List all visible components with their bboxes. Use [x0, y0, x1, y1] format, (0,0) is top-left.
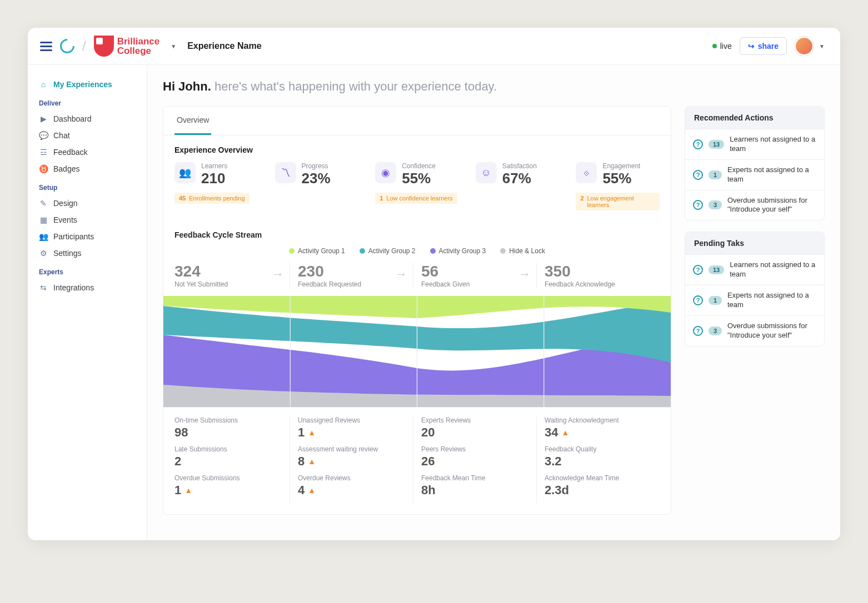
- sub-value: 26: [421, 454, 528, 469]
- brand-block[interactable]: Brilliance College: [94, 36, 160, 57]
- alert-enrollments[interactable]: 45Enrollments pending: [174, 193, 250, 204]
- nav-badges[interactable]: ♉Badges: [33, 160, 141, 177]
- home-icon: ⌂: [39, 80, 48, 89]
- sub-metric: Peers Reviews26: [421, 445, 528, 469]
- sub-value: 2.3d: [545, 483, 652, 498]
- metric-confidence: ◉ Confidence 55%: [375, 162, 459, 187]
- metric-label: Satisfaction: [502, 162, 537, 170]
- stages-row: 324Not Yet Submitted→ 230Feedback Reques…: [163, 263, 671, 288]
- nav-section-setup: Setup: [33, 177, 141, 195]
- nav-label: Dashboard: [53, 114, 92, 123]
- sub-col-3: Waiting Acknowledgment34▲Feedback Qualit…: [536, 416, 660, 503]
- stage-2: 56Feedback Given→: [413, 263, 536, 288]
- count-badge: 3: [709, 200, 722, 209]
- sub-metric: Acknowledge Mean Time2.3d: [545, 474, 652, 498]
- nav-section-deliver: Deliver: [33, 93, 141, 110]
- action-item[interactable]: ?1Experts not assigned to a team: [685, 285, 824, 315]
- experience-name[interactable]: Experience Name: [187, 41, 261, 51]
- nav-design[interactable]: ✎Design: [33, 195, 141, 212]
- nav-dashboard[interactable]: ▶Dashboard: [33, 110, 141, 127]
- action-item[interactable]: ?1Experts not assigned to a team: [685, 159, 824, 190]
- help-icon: ?: [693, 200, 703, 210]
- action-item[interactable]: ?3Overdue submissions for "Introduce you…: [685, 190, 824, 220]
- pending-tasks-panel: Pending Taks ?13Learners not assigned to…: [685, 232, 825, 346]
- nav-feedback[interactable]: ☲Feedback: [33, 144, 141, 160]
- warning-icon: ▲: [308, 428, 316, 437]
- nav-participants[interactable]: 👥Participants: [33, 228, 141, 245]
- app-window: / Brilliance College ▼ Experience Name l…: [28, 28, 840, 540]
- stage-1: 230Feedback Requested→: [290, 263, 413, 288]
- help-icon: ?: [693, 265, 703, 275]
- sub-col-1: Unassigned Reviews1▲Assessment waiting r…: [290, 416, 413, 503]
- learners-icon: 👥: [174, 162, 196, 183]
- satisfaction-icon: ☺: [476, 162, 497, 183]
- sub-value: 20: [421, 425, 528, 440]
- nav-my-experiences[interactable]: ⌂ My Experiences: [33, 76, 141, 93]
- sub-value: 2: [174, 454, 282, 469]
- help-icon: ?: [693, 170, 703, 180]
- sub-value: 3.2: [545, 454, 652, 469]
- sub-label: Waiting Acknowledgment: [545, 416, 652, 424]
- badge-icon: ♉: [39, 164, 48, 173]
- sub-label: Acknowledge Mean Time: [545, 474, 652, 482]
- count-badge: 3: [709, 326, 722, 335]
- stage-3: 350Feedback Acknowledge: [536, 263, 660, 288]
- metric-satisfaction: ☺ Satisfaction 67%: [476, 162, 560, 187]
- metric-value: 55%: [402, 170, 436, 187]
- users-icon: 👥: [39, 232, 48, 241]
- sub-label: Overdue Submissions: [174, 474, 282, 482]
- brand-name-2: College: [117, 46, 160, 56]
- sub-metric: Waiting Acknowledgment34▲: [545, 416, 652, 440]
- progress-icon: 〽: [275, 162, 296, 183]
- legend-dot-icon: [360, 248, 365, 254]
- logo-swirl-icon: [57, 36, 78, 57]
- metric-label: Confidence: [402, 162, 436, 170]
- action-item[interactable]: ?3Overdue submissions for "Introduce you…: [685, 315, 824, 346]
- alert-engagement[interactable]: 2Low engagement learners: [576, 193, 660, 210]
- sub-value: 98: [174, 425, 282, 440]
- sub-value: 4▲: [298, 483, 405, 498]
- nav-label: My Experiences: [53, 80, 112, 89]
- legend-g2[interactable]: Activity Group 2: [360, 247, 416, 255]
- engagement-icon: ⟐: [576, 162, 597, 183]
- user-avatar[interactable]: [795, 37, 814, 56]
- chat-icon: 💬: [39, 131, 48, 140]
- live-status: live: [712, 42, 732, 51]
- legend-g1[interactable]: Activity Group 1: [289, 247, 345, 255]
- breadcrumb-separator: /: [82, 38, 86, 54]
- nav-events[interactable]: ▦Events: [33, 212, 141, 228]
- share-label: share: [758, 42, 779, 51]
- action-item[interactable]: ?13Learners not assigned to a team: [685, 254, 824, 285]
- legend-g3[interactable]: Activity Group 3: [430, 247, 486, 255]
- tab-overview[interactable]: Overview: [174, 107, 211, 135]
- nav-settings[interactable]: ⚙Settings: [33, 245, 141, 262]
- calendar-icon: ▦: [39, 215, 48, 224]
- play-icon: ▶: [39, 114, 48, 123]
- count-badge: 13: [709, 265, 724, 274]
- nav-integrations[interactable]: ⇆Integrations: [33, 279, 141, 296]
- action-item[interactable]: ?13Learners not assigned to a team: [685, 129, 824, 159]
- live-label: live: [720, 42, 732, 51]
- sub-col-2: Experts Reviews20Peers Reviews26Feedback…: [413, 416, 536, 503]
- list-icon: ☲: [39, 148, 48, 157]
- alert-confidence[interactable]: 1Low confidence learners: [375, 193, 457, 204]
- sub-metric: Unassigned Reviews1▲: [298, 416, 405, 440]
- hamburger-menu-icon[interactable]: [40, 42, 52, 51]
- greeting-sub: here's what's happening with your experi…: [214, 79, 497, 93]
- brand-dropdown-caret-icon[interactable]: ▼: [171, 43, 176, 49]
- top-bar: / Brilliance College ▼ Experience Name l…: [28, 28, 840, 65]
- sub-label: Feedback Mean Time: [421, 474, 528, 482]
- count-badge: 13: [709, 140, 724, 149]
- nav-label: Feedback: [53, 148, 87, 157]
- nav-label: Participants: [53, 232, 94, 241]
- gear-icon: ⚙: [39, 249, 48, 258]
- user-menu-caret-icon[interactable]: ▼: [819, 43, 825, 49]
- warning-icon: ▲: [308, 486, 316, 495]
- sub-metric: Overdue Reviews4▲: [298, 474, 405, 498]
- sub-label: On-time Submissions: [174, 416, 282, 424]
- sub-label: Unassigned Reviews: [298, 416, 405, 424]
- legend-hl[interactable]: Hide & Lock: [500, 247, 545, 255]
- sub-label: Experts Reviews: [421, 416, 528, 424]
- nav-chat[interactable]: 💬Chat: [33, 127, 141, 144]
- share-button[interactable]: ↪ share: [740, 37, 787, 55]
